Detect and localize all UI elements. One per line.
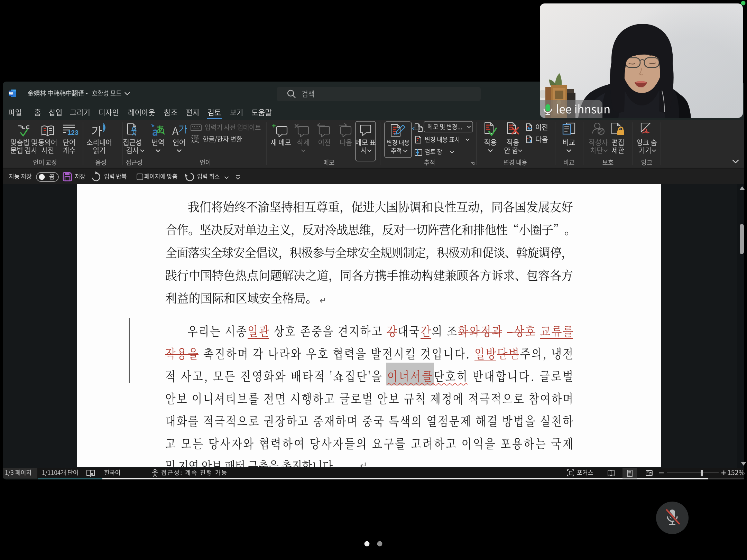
svg-text:W: W (9, 91, 13, 96)
svg-text:123: 123 (67, 129, 79, 136)
